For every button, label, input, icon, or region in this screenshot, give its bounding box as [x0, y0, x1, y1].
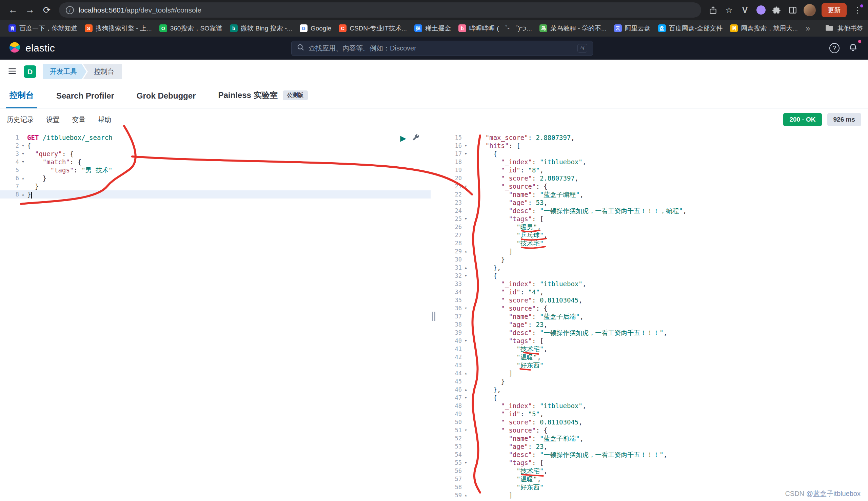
- fold-toggle-icon[interactable]: ▾: [462, 141, 470, 150]
- other-bookmarks[interactable]: 其他书签: [821, 24, 863, 33]
- code-line-22[interactable]: 22"name": "蓝盒子编程",: [437, 190, 868, 199]
- code-line-42[interactable]: 42"温暖",: [437, 353, 868, 361]
- code-line-49[interactable]: 49"_id": "5",: [437, 410, 868, 418]
- browser-menu-icon[interactable]: ⋮: [853, 5, 862, 15]
- code-line-25[interactable]: 25▾"tags": [: [437, 215, 868, 223]
- code-line-28[interactable]: 28"技术宅": [437, 239, 868, 247]
- bookmark-item[interactable]: 云阿里云盘: [610, 22, 655, 35]
- code-line-26[interactable]: 26"暖男",: [437, 223, 868, 231]
- breadcrumb-item[interactable]: 控制台: [83, 64, 122, 79]
- elastic-brand[interactable]: elastic: [8, 41, 55, 55]
- bookmark-item[interactable]: b哔哩哔哩 ( ゜- ゜)つ...: [455, 22, 536, 35]
- code-line-52[interactable]: 52"name": "蓝盒子前端",: [437, 434, 868, 443]
- tab-Search Profiler[interactable]: Search Profiler: [53, 91, 118, 108]
- fold-toggle-icon[interactable]: ▾: [462, 304, 470, 312]
- bookmark-item[interactable]: 盘百度网盘-全部文件: [655, 22, 726, 35]
- reload-icon[interactable]: ⟳: [39, 3, 54, 18]
- forward-icon[interactable]: →: [22, 3, 37, 18]
- code-line-41[interactable]: 41"技术宅",: [437, 345, 868, 353]
- fold-toggle-icon[interactable]: ▾: [462, 337, 470, 345]
- code-line-16[interactable]: 16▾"hits": [: [437, 141, 868, 150]
- header-help-icon[interactable]: ?: [829, 43, 839, 53]
- code-line-47[interactable]: 47▾{: [437, 394, 868, 402]
- bookmark-item[interactable]: O360搜索，SO靠谱: [156, 22, 226, 35]
- site-info-icon[interactable]: i: [66, 6, 74, 14]
- console-menu-item[interactable]: 变量: [72, 115, 85, 124]
- extension-v-icon[interactable]: V: [740, 5, 750, 15]
- tab-Grok Debugger[interactable]: Grok Debugger: [133, 91, 199, 108]
- code-line-57[interactable]: 57"温暖",: [437, 475, 868, 483]
- code-line-43[interactable]: 43"好东西": [437, 361, 868, 369]
- console-menu-item[interactable]: 帮助: [98, 115, 111, 124]
- code-line-7[interactable]: 7}: [0, 182, 431, 190]
- code-line-3[interactable]: 3▾"query": {: [0, 150, 431, 158]
- code-line-55[interactable]: 55▾"tags": [: [437, 459, 868, 467]
- bookmark-item[interactable]: GGoogle: [296, 22, 335, 34]
- code-line-40[interactable]: 40▾"tags": [: [437, 337, 868, 345]
- code-line-45[interactable]: 45}: [437, 377, 868, 385]
- console-menu-item[interactable]: 历史记录: [7, 115, 34, 124]
- code-line-19[interactable]: 19"_id": "8",: [437, 166, 868, 174]
- code-line-37[interactable]: 37"name": "蓝盒子后端",: [437, 312, 868, 320]
- fold-toggle-icon[interactable]: ▴: [19, 190, 27, 199]
- fold-toggle-icon[interactable]: ▾: [19, 158, 27, 166]
- code-line-53[interactable]: 53"age": 23,: [437, 443, 868, 450]
- bookmark-star-icon[interactable]: ☆: [724, 5, 734, 15]
- code-line-51[interactable]: 51▾"_source": {: [437, 426, 868, 434]
- code-line-2[interactable]: 2▾{: [0, 141, 431, 150]
- code-line-23[interactable]: 23"age": 53,: [437, 199, 868, 207]
- code-line-54[interactable]: 54"desc": "一顿操作猛如虎，一看工资两千五！！！",: [437, 450, 868, 459]
- code-line-35[interactable]: 35"_score": 0.81103045,: [437, 296, 868, 304]
- bookmark-item[interactable]: 网网盘搜索，就用大...: [726, 22, 802, 35]
- code-line-48[interactable]: 48"_index": "itbluebox",: [437, 402, 868, 410]
- bookmark-item[interactable]: b微软 Bing 搜索 -...: [226, 22, 296, 35]
- code-line-21[interactable]: 21▾"_source": {: [437, 182, 868, 190]
- fold-toggle-icon[interactable]: ▾: [19, 141, 27, 150]
- code-line-8[interactable]: 8▴}: [0, 190, 431, 199]
- code-line-15[interactable]: 15"max_score": 2.8807397,: [437, 134, 868, 141]
- header-alerts-icon[interactable]: [848, 43, 858, 54]
- code-line-6[interactable]: 6▴}: [0, 174, 431, 182]
- code-line-38[interactable]: 38"age": 23,: [437, 320, 868, 329]
- bookmark-item[interactable]: S搜狗搜索引擎 - 上...: [81, 22, 156, 35]
- code-line-1[interactable]: 1GET /itbluebox/_search: [0, 134, 431, 141]
- space-badge[interactable]: D: [24, 65, 36, 78]
- bookmark-item[interactable]: 掘稀土掘金: [411, 22, 455, 35]
- share-icon[interactable]: [708, 5, 718, 15]
- fold-toggle-icon[interactable]: ▴: [462, 491, 470, 499]
- code-line-39[interactable]: 39"desc": "一顿操作猛如虎，一看工资两千五！！！",: [437, 329, 868, 337]
- code-line-20[interactable]: 20"_score": 2.8807397,: [437, 174, 868, 182]
- bookmark-item[interactable]: 百百度一下，你就知道: [5, 22, 81, 35]
- code-line-30[interactable]: 30}: [437, 255, 868, 264]
- code-line-34[interactable]: 34"_id": "4",: [437, 288, 868, 296]
- console-menu-item[interactable]: 设置: [46, 115, 60, 124]
- fold-toggle-icon[interactable]: ▾: [462, 272, 470, 280]
- side-panel-icon[interactable]: [788, 5, 798, 15]
- code-line-32[interactable]: 32▾{: [437, 272, 868, 280]
- code-line-5[interactable]: 5"tags": "男 技术": [0, 166, 431, 174]
- fold-toggle-icon[interactable]: ▴: [462, 385, 470, 394]
- bookmark-item[interactable]: 鸟菜鸟教程 - 学的不...: [536, 22, 610, 35]
- fold-toggle-icon[interactable]: ▴: [462, 247, 470, 255]
- code-line-33[interactable]: 33"_index": "itbluebox",: [437, 280, 868, 288]
- code-line-50[interactable]: 50"_score": 0.81103045,: [437, 418, 868, 426]
- breadcrumb-item[interactable]: 开发工具: [43, 64, 86, 79]
- fold-toggle-icon[interactable]: ▾: [462, 426, 470, 434]
- code-line-56[interactable]: 56"技术宅",: [437, 467, 868, 475]
- extension-circle-icon[interactable]: [756, 5, 766, 15]
- tab-控制台[interactable]: 控制台: [6, 90, 37, 108]
- code-line-18[interactable]: 18"_index": "itbluebox",: [437, 158, 868, 166]
- wrench-icon[interactable]: [412, 134, 420, 143]
- nav-menu-icon[interactable]: [8, 66, 17, 77]
- fold-toggle-icon[interactable]: ▾: [19, 150, 27, 158]
- extensions-puzzle-icon[interactable]: [772, 5, 782, 15]
- code-line-29[interactable]: 29▴]: [437, 247, 868, 255]
- bookmark-item[interactable]: CCSDN-专业IT技术...: [335, 22, 411, 35]
- request-editor[interactable]: 1GET /itbluebox/_search2▾{3▾"query": {4▾…: [0, 131, 431, 501]
- fold-toggle-icon[interactable]: ▾: [462, 459, 470, 467]
- address-bar[interactable]: i localhost:5601/app/dev_tools#/console: [59, 2, 701, 18]
- bookmarks-overflow-chevron[interactable]: »: [802, 24, 814, 33]
- code-line-17[interactable]: 17▾{: [437, 150, 868, 158]
- fold-toggle-icon[interactable]: ▴: [19, 174, 27, 182]
- global-search-input[interactable]: 查找应用、内容等。例如：Discover ^/: [291, 41, 593, 56]
